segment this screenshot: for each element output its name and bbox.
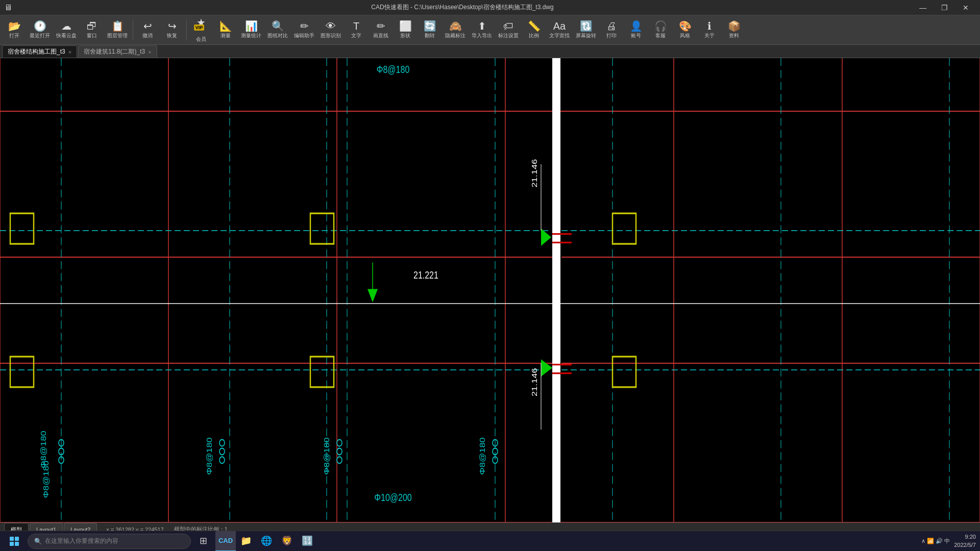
window-controls: — ❐ ✕ — [913, 0, 976, 15]
toolbar-btn-draw[interactable]: ✏画直线 — [370, 17, 392, 43]
app-icon: 🖥 — [4, 3, 12, 12]
text-show-label: 文字宣找 — [549, 32, 570, 39]
toolbar-btn-redo[interactable]: ↪恢复 — [161, 17, 183, 43]
toolbar-btn-identify[interactable]: 👁图形识别 — [318, 17, 343, 43]
text-show-icon: Aa — [553, 21, 566, 31]
translate-label: 翻转 — [425, 32, 435, 39]
toolbar-btn-open[interactable]: 📂打开 — [3, 17, 26, 43]
toolbar-btn-measure[interactable]: 📐测量 — [214, 17, 237, 43]
label-set-label: 标注设置 — [498, 32, 519, 39]
toolbar-btn-shape[interactable]: ⬜形状 — [394, 17, 416, 43]
rotate-label: 屏幕旋转 — [576, 32, 596, 39]
recent-icon: 🕐 — [34, 21, 46, 31]
toolbar-divider — [186, 20, 187, 40]
translate-icon: 🔄 — [424, 21, 436, 31]
calculator-app-button[interactable]: 🔢 — [297, 531, 317, 552]
layers-icon: 📋 — [111, 21, 124, 31]
tab-label-t3b: 宿舍建筑11.8(二期)_t3 — [84, 47, 145, 56]
svg-text:Φ8@180: Φ8@180 — [377, 63, 410, 76]
tab-close-t3b[interactable]: × — [148, 49, 151, 55]
svg-rect-7 — [552, 58, 560, 522]
redo-label: 恢复 — [167, 32, 177, 39]
explorer-app-button[interactable]: 📁 — [236, 531, 256, 552]
account-label: 账号 — [631, 32, 641, 39]
toolbar-btn-service[interactable]: 🎧客服 — [649, 17, 672, 43]
toolbar-btn-text-show[interactable]: Aa文字宣找 — [547, 17, 572, 43]
open-label: 打开 — [9, 32, 19, 39]
svg-text:21.146: 21.146 — [530, 159, 538, 188]
label-set-icon: 🏷 — [503, 21, 513, 31]
edge-app-button[interactable]: 🌐 — [256, 531, 277, 552]
import-label: 导入导出 — [472, 32, 492, 39]
about-icon: ℹ — [707, 21, 712, 31]
toolbar-btn-account[interactable]: 👤账号 — [625, 17, 647, 43]
taskbar-time: 9:20 2022/5/7 — [954, 533, 976, 549]
toolbar-btn-window[interactable]: 🗗窗口 — [81, 17, 103, 43]
edit-icon: ✏ — [300, 21, 309, 31]
open-icon: 📂 — [8, 21, 21, 31]
toolbar-btn-translate[interactable]: 🔄翻转 — [419, 17, 441, 43]
hide-icon: 🙈 — [449, 21, 462, 31]
taskview-button[interactable]: ⊞ — [193, 531, 213, 552]
window-title: CAD快速看图 - C:\Users\Hasee\Desktop\宿舍楼结构施工… — [12, 3, 913, 12]
search-placeholder: 在这里输入你要搜索的内容 — [45, 537, 118, 545]
toolbar-btn-edit[interactable]: ✏编辑助手 — [292, 17, 316, 43]
tab-t3b[interactable]: 宿舍建筑11.8(二期)_t3× — [78, 45, 157, 58]
cad-drawing: Φ8@180 21.146 21.221 21.146 Φ8@180 Φ8@18… — [0, 58, 980, 522]
edit-label: 编辑助手 — [294, 32, 314, 39]
account-icon: 👤 — [630, 21, 643, 31]
undo-label: 撤消 — [142, 32, 153, 39]
maximize-button[interactable]: ❐ — [934, 0, 954, 15]
style-label: 风格 — [680, 32, 690, 39]
clock: 9:20 — [954, 533, 976, 541]
svg-text:Φ8@180: Φ8@180 — [478, 437, 486, 474]
about-label: 关于 — [704, 32, 715, 39]
print-label: 打印 — [606, 32, 617, 39]
toolbar-divider — [133, 20, 133, 40]
drawing-canvas[interactable]: Φ8@180 21.146 21.221 21.146 Φ8@180 Φ8@18… — [0, 58, 980, 522]
toolbar-btn-label-set[interactable]: 🏷标注设置 — [496, 17, 521, 43]
start-button[interactable] — [4, 531, 24, 552]
tab-t3[interactable]: 宿舍楼结构施工图_t3× — [2, 45, 77, 58]
tab-close-t3[interactable]: × — [68, 49, 71, 55]
cloud-label: 快看云盘 — [56, 32, 77, 39]
taskbar-search[interactable]: 🔍 在这里输入你要搜索的内容 — [28, 534, 191, 549]
toolbar-btn-recent[interactable]: 🕐最近打开 — [28, 17, 52, 43]
svg-rect-0 — [0, 58, 980, 522]
date: 2022/5/7 — [954, 541, 976, 549]
minimize-button[interactable]: — — [913, 0, 933, 15]
window-label: 窗口 — [87, 32, 97, 39]
toolbar-btn-cloud[interactable]: ☁快看云盘 — [54, 17, 79, 43]
toolbar-btn-hide[interactable]: 🙈隐藏标注 — [443, 17, 468, 43]
systray-icons: ∧ 📶 🔊 中 — [921, 537, 950, 545]
toolbar-btn-style[interactable]: 🎨风格 — [674, 17, 696, 43]
measure-stat-label: 测量统计 — [241, 32, 261, 39]
cad-app-button[interactable]: CAD — [215, 531, 236, 552]
toolbar-btn-rotate[interactable]: 🔃屏幕旋转 — [574, 17, 598, 43]
svg-text:Φ10@200: Φ10@200 — [374, 491, 411, 504]
toolbar-btn-undo[interactable]: ↩撤消 — [136, 17, 159, 43]
close-button[interactable]: ✕ — [955, 0, 976, 15]
vip-label: 会员 — [196, 36, 206, 43]
resources-icon: 📦 — [728, 21, 741, 31]
recent-label: 最近打开 — [30, 32, 50, 39]
toolbar: 📂打开🕐最近打开☁快看云盘🗗窗口📋图层管理↩撤消↪恢复★VIP会员📐测量📊测量统… — [0, 15, 980, 45]
text-icon: T — [353, 21, 359, 31]
shape-label: 形状 — [400, 32, 410, 39]
toolbar-btn-layers[interactable]: 📋图层管理 — [105, 17, 130, 43]
toolbar-btn-scale[interactable]: 📏比例 — [523, 17, 545, 43]
toolbar-btn-import[interactable]: ⬆导入导出 — [470, 17, 494, 43]
text-label: 文字 — [351, 32, 361, 39]
toolbar-btn-text[interactable]: T文字 — [345, 17, 368, 43]
toolbar-btn-about[interactable]: ℹ关于 — [698, 17, 721, 43]
measure-stat-icon: 📊 — [245, 21, 258, 31]
draw-label: 画直线 — [373, 32, 388, 39]
toolbar-btn-measure-stat[interactable]: 📊测量统计 — [239, 17, 263, 43]
service-icon: 🎧 — [654, 21, 667, 31]
toolbar-btn-resources[interactable]: 📦资料 — [723, 17, 745, 43]
toolbar-btn-vip[interactable]: ★VIP会员 — [190, 17, 212, 43]
brave-app-button[interactable]: 🦁 — [277, 531, 297, 552]
toolbar-btn-print[interactable]: 🖨打印 — [600, 17, 623, 43]
toolbar-btn-compare[interactable]: 🔍图纸对比 — [265, 17, 290, 43]
svg-text:Φ8@180: Φ8@180 — [42, 461, 50, 498]
